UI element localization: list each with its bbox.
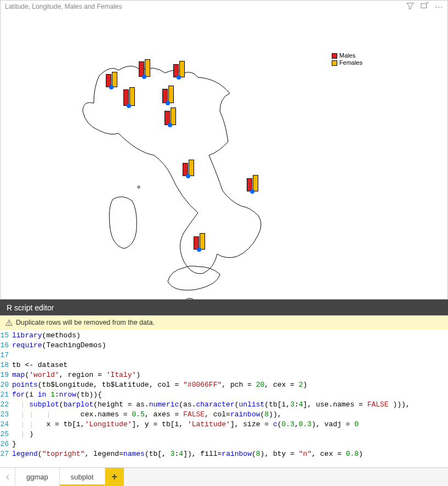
line-number: 24 (0, 420, 12, 430)
tab-subplot[interactable]: subplot (60, 468, 105, 486)
line-number: 15 (0, 331, 12, 341)
warning-text: Duplicate rows will be removed from the … (16, 319, 155, 326)
code-line[interactable]: 24 | | x = tb[i,'Longitude'], y = tb[i, … (0, 420, 448, 430)
map-marker (183, 160, 194, 176)
map-marker (165, 108, 176, 125)
code-editor[interactable]: 15library(methods)16require(TeachingDemo… (0, 330, 448, 467)
visual-container: Latitude, Longitude, Males and Females ·… (0, 0, 448, 299)
code-line[interactable]: 17 (0, 351, 448, 360)
tab-add-button[interactable]: + (105, 468, 124, 486)
tab-scroll-left[interactable] (0, 468, 15, 486)
svg-point-4 (9, 324, 9, 325)
tab-ggmap[interactable]: ggmap (15, 468, 60, 486)
more-options-icon[interactable]: ··· (435, 2, 443, 11)
svg-point-1 (138, 186, 140, 188)
line-number: 21 (0, 390, 12, 400)
code-line[interactable]: 18tb <- dataset (0, 360, 448, 370)
code-line[interactable]: 27legend("topright", legend=names(tb[, 3… (0, 449, 448, 459)
tab-bar: ggmap subplot + (0, 467, 448, 486)
r-script-editor-panel: R script editor Duplicate rows will be r… (0, 299, 448, 486)
warning-icon (5, 319, 13, 326)
map-marker (123, 87, 135, 106)
filter-icon[interactable] (406, 2, 414, 12)
italy-map-outline (1, 15, 384, 301)
visual-header: Latitude, Longitude, Males and Females ·… (1, 1, 447, 13)
visual-actions: ··· (406, 2, 443, 12)
line-number: 22 (0, 400, 12, 410)
map-plot: Males Females (1, 13, 447, 298)
map-marker (173, 61, 185, 77)
warning-bar: Duplicate rows will be removed from the … (0, 315, 448, 330)
line-number: 17 (0, 351, 12, 360)
line-number: 27 (0, 449, 12, 459)
visual-title: Latitude, Longitude, Males and Females (5, 3, 122, 10)
code-line[interactable]: 22 | subplot(barplot(height = as.numeric… (0, 400, 448, 410)
map-marker (139, 59, 150, 77)
line-number: 25 (0, 430, 12, 439)
code-line[interactable]: 19map('world', region = 'Italy') (0, 370, 448, 380)
editor-header: R script editor (0, 300, 448, 315)
line-number: 19 (0, 370, 12, 380)
line-number: 26 (0, 439, 12, 449)
line-number: 20 (0, 380, 12, 390)
map-marker (247, 175, 258, 191)
code-line[interactable]: 16require(TeachingDemos) (0, 341, 448, 351)
code-line[interactable]: 25 | ) (0, 430, 448, 439)
map-marker (162, 86, 174, 103)
line-number: 23 (0, 410, 12, 420)
line-number: 16 (0, 341, 12, 351)
code-line[interactable]: 26} (0, 439, 448, 449)
map-marker (194, 233, 205, 250)
code-line[interactable]: 21for(i in 1:nrow(tb)){ (0, 390, 448, 400)
code-line[interactable]: 15library(methods) (0, 331, 448, 341)
focus-mode-icon[interactable] (421, 2, 428, 12)
line-number: 18 (0, 360, 12, 370)
code-line[interactable]: 23 | | | cex.names = 0.5, axes = FALSE, … (0, 410, 448, 420)
map-marker (106, 72, 117, 87)
svg-rect-0 (421, 3, 427, 8)
code-line[interactable]: 20points(tb$Longitude, tb$Latitude, col … (0, 380, 448, 390)
